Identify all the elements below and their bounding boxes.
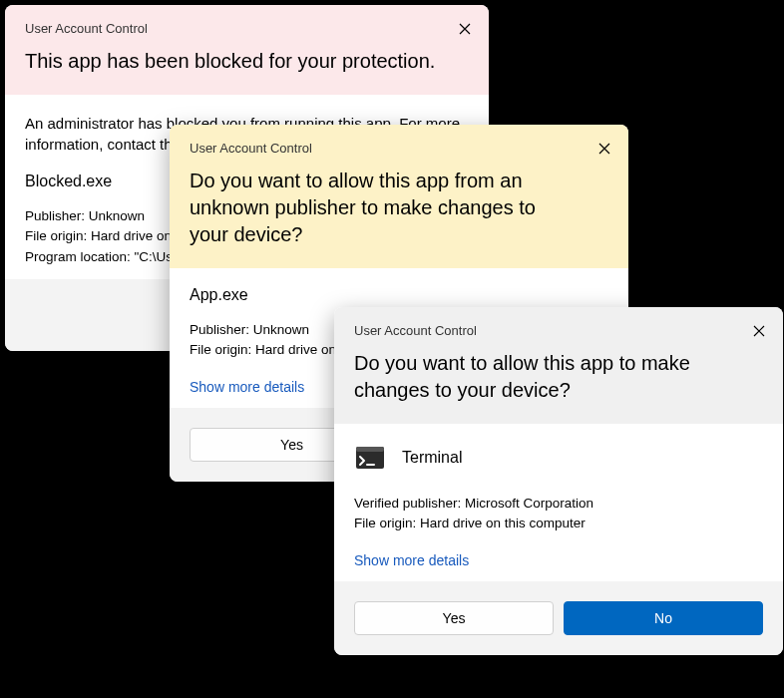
show-more-link[interactable]: Show more details	[190, 379, 304, 395]
app-name: Terminal	[402, 449, 462, 467]
show-more-link[interactable]: Show more details	[354, 552, 469, 568]
uac-title: User Account Control	[190, 141, 608, 156]
header: User Account Control This app has been b…	[5, 5, 489, 95]
no-button[interactable]: No	[564, 601, 763, 635]
content: Terminal Verified publisher: Microsoft C…	[334, 424, 783, 581]
uac-title: User Account Control	[25, 21, 469, 36]
terminal-icon	[354, 442, 386, 474]
close-button[interactable]	[590, 135, 618, 163]
svg-rect-1	[356, 447, 384, 452]
app-row: Terminal	[354, 442, 763, 474]
uac-dialog-verified: User Account Control Do you want to allo…	[334, 307, 783, 655]
close-button[interactable]	[745, 317, 773, 345]
close-button[interactable]	[451, 15, 479, 43]
file-origin-text: File origin: Hard drive on this computer	[354, 514, 763, 533]
unknown-question: Do you want to allow this app from an un…	[190, 168, 608, 248]
close-icon	[753, 325, 765, 337]
header: User Account Control Do you want to allo…	[170, 125, 628, 268]
verified-question: Do you want to allow this app to make ch…	[354, 350, 763, 404]
close-icon	[459, 23, 471, 35]
header: User Account Control Do you want to allo…	[334, 307, 783, 424]
publisher-text: Verified publisher: Microsoft Corporatio…	[354, 494, 763, 514]
app-name: App.exe	[190, 286, 608, 304]
blocked-message: This app has been blocked for your prote…	[25, 48, 469, 75]
yes-button[interactable]: Yes	[354, 601, 554, 635]
uac-title: User Account Control	[354, 323, 763, 338]
close-icon	[598, 143, 610, 155]
footer: Yes No	[334, 581, 783, 655]
meta: Verified publisher: Microsoft Corporatio…	[354, 494, 763, 534]
